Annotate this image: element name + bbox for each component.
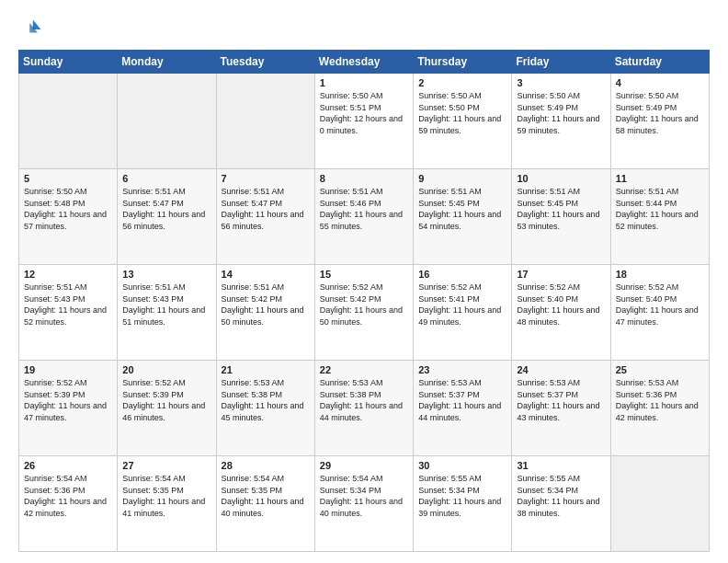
svg-marker-0 <box>33 20 41 30</box>
day-info: Sunrise: 5:52 AMSunset: 5:41 PMDaylight:… <box>418 282 506 327</box>
calendar-cell: 11Sunrise: 5:51 AMSunset: 5:44 PMDayligh… <box>610 169 709 265</box>
day-number: 16 <box>418 269 506 280</box>
day-number: 23 <box>418 364 506 375</box>
calendar-cell: 4Sunrise: 5:50 AMSunset: 5:49 PMDaylight… <box>610 74 709 169</box>
day-number: 5 <box>24 173 112 184</box>
day-info: Sunrise: 5:54 AMSunset: 5:34 PMDaylight:… <box>320 473 408 519</box>
weekday-header: Sunday <box>19 51 118 74</box>
header <box>18 17 710 42</box>
day-info: Sunrise: 5:51 AMSunset: 5:42 PMDaylight:… <box>222 282 310 327</box>
calendar-table: SundayMondayTuesdayWednesdayThursdayFrid… <box>18 50 710 552</box>
day-info: Sunrise: 5:51 AMSunset: 5:47 PMDaylight:… <box>222 186 310 232</box>
calendar-cell: 19Sunrise: 5:52 AMSunset: 5:39 PMDayligh… <box>19 361 118 456</box>
day-info: Sunrise: 5:50 AMSunset: 5:50 PMDaylight:… <box>418 90 506 136</box>
day-info: Sunrise: 5:51 AMSunset: 5:44 PMDaylight:… <box>616 186 704 232</box>
day-number: 28 <box>222 460 310 471</box>
day-number: 1 <box>320 77 408 88</box>
weekday-header: Tuesday <box>216 51 314 74</box>
calendar-cell: 14Sunrise: 5:51 AMSunset: 5:42 PMDayligh… <box>216 265 314 361</box>
calendar-cell <box>19 74 118 169</box>
day-number: 18 <box>616 269 704 280</box>
day-info: Sunrise: 5:52 AMSunset: 5:40 PMDaylight:… <box>616 282 704 327</box>
calendar-cell: 6Sunrise: 5:51 AMSunset: 5:47 PMDaylight… <box>118 169 216 265</box>
calendar-cell: 8Sunrise: 5:51 AMSunset: 5:46 PMDaylight… <box>314 169 413 265</box>
day-number: 17 <box>517 269 605 280</box>
weekday-header: Thursday <box>414 51 512 74</box>
day-number: 11 <box>616 173 704 184</box>
day-info: Sunrise: 5:53 AMSunset: 5:38 PMDaylight:… <box>222 377 310 423</box>
day-number: 24 <box>517 364 605 375</box>
day-number: 29 <box>320 460 408 471</box>
day-number: 27 <box>122 460 210 471</box>
day-number: 25 <box>616 364 704 375</box>
day-number: 6 <box>122 173 210 184</box>
day-info: Sunrise: 5:54 AMSunset: 5:35 PMDaylight:… <box>222 473 310 519</box>
weekday-header: Friday <box>512 51 610 74</box>
calendar-cell <box>118 74 216 169</box>
calendar-week-row: 1Sunrise: 5:50 AMSunset: 5:51 PMDaylight… <box>19 74 710 169</box>
weekday-header-row: SundayMondayTuesdayWednesdayThursdayFrid… <box>19 51 710 74</box>
page: SundayMondayTuesdayWednesdayThursdayFrid… <box>0 0 728 563</box>
day-number: 7 <box>222 173 310 184</box>
calendar-week-row: 19Sunrise: 5:52 AMSunset: 5:39 PMDayligh… <box>19 361 710 456</box>
calendar-cell: 31Sunrise: 5:55 AMSunset: 5:34 PMDayligh… <box>512 456 610 552</box>
calendar-cell: 27Sunrise: 5:54 AMSunset: 5:35 PMDayligh… <box>118 456 216 552</box>
day-info: Sunrise: 5:51 AMSunset: 5:43 PMDaylight:… <box>122 282 210 327</box>
day-info: Sunrise: 5:51 AMSunset: 5:46 PMDaylight:… <box>320 186 408 232</box>
day-number: 4 <box>616 77 704 88</box>
day-info: Sunrise: 5:50 AMSunset: 5:49 PMDaylight:… <box>517 90 605 136</box>
calendar-cell: 29Sunrise: 5:54 AMSunset: 5:34 PMDayligh… <box>314 456 413 552</box>
day-number: 26 <box>24 460 112 471</box>
calendar-cell <box>610 456 709 552</box>
day-info: Sunrise: 5:54 AMSunset: 5:35 PMDaylight:… <box>122 473 210 519</box>
day-number: 19 <box>24 364 112 375</box>
calendar-cell: 26Sunrise: 5:54 AMSunset: 5:36 PMDayligh… <box>19 456 118 552</box>
calendar-cell: 25Sunrise: 5:53 AMSunset: 5:36 PMDayligh… <box>610 361 709 456</box>
calendar-cell: 1Sunrise: 5:50 AMSunset: 5:51 PMDaylight… <box>314 74 413 169</box>
day-info: Sunrise: 5:51 AMSunset: 5:43 PMDaylight:… <box>24 282 112 327</box>
day-info: Sunrise: 5:52 AMSunset: 5:40 PMDaylight:… <box>517 282 605 327</box>
day-info: Sunrise: 5:55 AMSunset: 5:34 PMDaylight:… <box>418 473 506 519</box>
day-info: Sunrise: 5:52 AMSunset: 5:39 PMDaylight:… <box>24 377 112 423</box>
day-number: 31 <box>517 460 605 471</box>
day-number: 10 <box>517 173 605 184</box>
day-number: 3 <box>517 77 605 88</box>
day-info: Sunrise: 5:53 AMSunset: 5:37 PMDaylight:… <box>517 377 605 423</box>
day-info: Sunrise: 5:53 AMSunset: 5:36 PMDaylight:… <box>616 377 704 423</box>
day-info: Sunrise: 5:51 AMSunset: 5:45 PMDaylight:… <box>418 186 506 232</box>
calendar-cell: 3Sunrise: 5:50 AMSunset: 5:49 PMDaylight… <box>512 74 610 169</box>
day-number: 14 <box>222 269 310 280</box>
weekday-header: Monday <box>118 51 216 74</box>
calendar-cell: 30Sunrise: 5:55 AMSunset: 5:34 PMDayligh… <box>414 456 512 552</box>
calendar-week-row: 26Sunrise: 5:54 AMSunset: 5:36 PMDayligh… <box>19 456 710 552</box>
calendar-cell: 21Sunrise: 5:53 AMSunset: 5:38 PMDayligh… <box>216 361 314 456</box>
day-number: 30 <box>418 460 506 471</box>
calendar-week-row: 12Sunrise: 5:51 AMSunset: 5:43 PMDayligh… <box>19 265 710 361</box>
day-info: Sunrise: 5:53 AMSunset: 5:38 PMDaylight:… <box>320 377 408 423</box>
day-number: 8 <box>320 173 408 184</box>
calendar-cell: 20Sunrise: 5:52 AMSunset: 5:39 PMDayligh… <box>118 361 216 456</box>
day-info: Sunrise: 5:50 AMSunset: 5:51 PMDaylight:… <box>320 90 408 136</box>
day-number: 2 <box>418 77 506 88</box>
calendar-cell: 9Sunrise: 5:51 AMSunset: 5:45 PMDaylight… <box>414 169 512 265</box>
calendar-cell: 2Sunrise: 5:50 AMSunset: 5:50 PMDaylight… <box>414 74 512 169</box>
day-number: 9 <box>418 173 506 184</box>
day-info: Sunrise: 5:51 AMSunset: 5:45 PMDaylight:… <box>517 186 605 232</box>
day-number: 20 <box>122 364 210 375</box>
calendar-cell: 16Sunrise: 5:52 AMSunset: 5:41 PMDayligh… <box>414 265 512 361</box>
weekday-header: Saturday <box>610 51 709 74</box>
calendar-cell: 24Sunrise: 5:53 AMSunset: 5:37 PMDayligh… <box>512 361 610 456</box>
day-info: Sunrise: 5:55 AMSunset: 5:34 PMDaylight:… <box>517 473 605 519</box>
day-number: 15 <box>320 269 408 280</box>
day-number: 22 <box>320 364 408 375</box>
day-info: Sunrise: 5:50 AMSunset: 5:49 PMDaylight:… <box>616 90 704 136</box>
logo-icon <box>18 17 44 42</box>
calendar-cell: 7Sunrise: 5:51 AMSunset: 5:47 PMDaylight… <box>216 169 314 265</box>
calendar-week-row: 5Sunrise: 5:50 AMSunset: 5:48 PMDaylight… <box>19 169 710 265</box>
day-number: 21 <box>222 364 310 375</box>
calendar-cell: 5Sunrise: 5:50 AMSunset: 5:48 PMDaylight… <box>19 169 118 265</box>
weekday-header: Wednesday <box>314 51 413 74</box>
day-info: Sunrise: 5:52 AMSunset: 5:42 PMDaylight:… <box>320 282 408 327</box>
day-info: Sunrise: 5:52 AMSunset: 5:39 PMDaylight:… <box>122 377 210 423</box>
day-number: 13 <box>122 269 210 280</box>
